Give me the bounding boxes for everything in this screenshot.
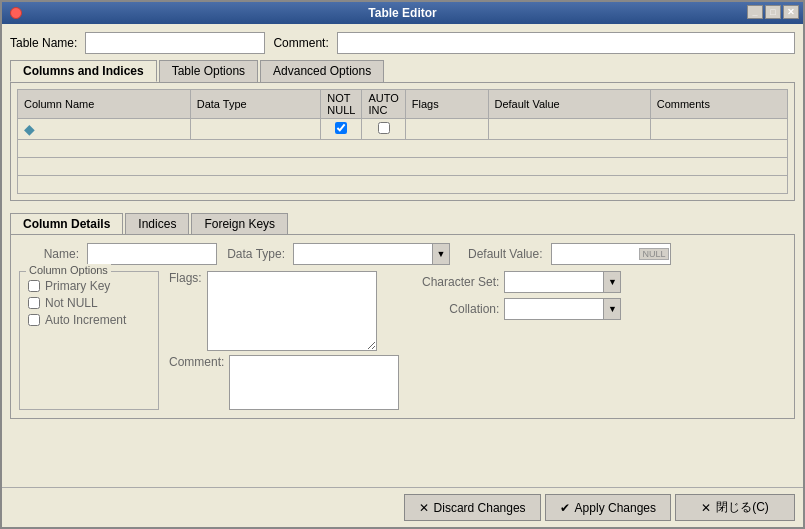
not-null-label: Not NULL xyxy=(45,296,98,310)
primary-key-checkbox[interactable] xyxy=(28,280,40,292)
flags-label: Flags: xyxy=(169,271,202,285)
columns-table: Column Name Data Type NOTNULL AUTOINC Fl… xyxy=(17,89,788,194)
table-empty-row-3 xyxy=(18,176,788,194)
primary-key-label: Primary Key xyxy=(45,279,110,293)
charset-select-wrapper: ▼ xyxy=(504,271,621,293)
apply-changes-button[interactable]: ✔ Apply Changes xyxy=(545,494,671,521)
collation-input[interactable] xyxy=(504,298,604,320)
comment-form-label: Comment: xyxy=(169,355,224,369)
datatype-label: Data Type: xyxy=(225,247,285,261)
column-options-group: Column Options Primary Key Not NULL Auto… xyxy=(19,271,159,410)
col-header-flags: Flags xyxy=(405,90,488,119)
table-row[interactable]: ◆ xyxy=(18,119,788,140)
datatype-input[interactable] xyxy=(293,243,433,265)
window-title: Table Editor xyxy=(368,6,436,20)
row-notnull-checkbox[interactable] xyxy=(335,122,347,134)
apply-label: Apply Changes xyxy=(575,501,656,515)
row-notnull-cell xyxy=(321,119,362,140)
option-not-null: Not NULL xyxy=(28,296,150,310)
discard-label: Discard Changes xyxy=(434,501,526,515)
not-null-checkbox[interactable] xyxy=(28,297,40,309)
close-button[interactable]: ✕ xyxy=(783,5,799,19)
option-auto-increment: Auto Increment xyxy=(28,313,150,327)
defaultval-wrap: NULL xyxy=(551,243,671,265)
minimize-button[interactable]: _ xyxy=(747,5,763,19)
flags-row: Flags: xyxy=(169,271,399,351)
charset-label: Character Set: xyxy=(409,275,499,289)
tab-column-details[interactable]: Column Details xyxy=(10,213,123,234)
column-name-input[interactable] xyxy=(87,243,217,265)
name-label: Name: xyxy=(19,247,79,261)
comment-label: Comment: xyxy=(273,36,328,50)
tab-indices[interactable]: Indices xyxy=(125,213,189,234)
title-buttons: _ □ ✕ xyxy=(747,5,799,19)
col-header-comments: Comments xyxy=(650,90,787,119)
row-defval-cell xyxy=(488,119,650,140)
row-autoinc-checkbox[interactable] xyxy=(378,122,390,134)
col-header-notnull: NOTNULL xyxy=(321,90,362,119)
datatype-select-wrapper: ▼ xyxy=(293,243,450,265)
charset-dropdown-btn[interactable]: ▼ xyxy=(603,271,621,293)
tab-columns-and-indices[interactable]: Columns and Indices xyxy=(10,60,157,82)
col-header-datatype: Data Type xyxy=(190,90,321,119)
table-empty-row-1 xyxy=(18,140,788,158)
table-name-row: Table Name: Comment: xyxy=(10,32,795,54)
detail-tab-content: Name: Data Type: ▼ Default Value: NULL xyxy=(10,234,795,419)
detail-middle-section: Column Options Primary Key Not NULL Auto… xyxy=(19,271,786,410)
datatype-dropdown-btn[interactable]: ▼ xyxy=(432,243,450,265)
collation-label: Collation: xyxy=(409,302,499,316)
charset-row: Character Set: ▼ xyxy=(409,271,621,293)
row-icon-cell: ◆ xyxy=(18,119,191,140)
title-bar: Table Editor _ □ ✕ xyxy=(2,2,803,24)
window-dot xyxy=(10,7,22,19)
close-footer-icon: ✕ xyxy=(701,501,711,515)
main-tab-content: Column Name Data Type NOTNULL AUTOINC Fl… xyxy=(10,82,795,201)
auto-increment-checkbox[interactable] xyxy=(28,314,40,326)
tab-advanced-options[interactable]: Advanced Options xyxy=(260,60,384,82)
main-tabs-container: Columns and Indices Table Options Advanc… xyxy=(10,60,795,201)
right-col: Character Set: ▼ Collation: ▼ xyxy=(409,271,621,410)
flags-textarea[interactable] xyxy=(207,271,377,351)
discard-icon: ✕ xyxy=(419,501,429,515)
close-button-footer[interactable]: ✕ 閉じる(C) xyxy=(675,494,795,521)
collation-dropdown-btn[interactable]: ▼ xyxy=(603,298,621,320)
auto-increment-label: Auto Increment xyxy=(45,313,126,327)
comment-textarea[interactable] xyxy=(229,355,399,410)
col-header-name: Column Name xyxy=(18,90,191,119)
close-label: 閉じる(C) xyxy=(716,499,769,516)
main-tab-bar: Columns and Indices Table Options Advanc… xyxy=(10,60,795,82)
apply-icon: ✔ xyxy=(560,501,570,515)
table-comment-input[interactable] xyxy=(337,32,795,54)
detail-tabs-container: Column Details Indices Foreign Keys Name… xyxy=(10,213,795,419)
detail-tab-bar: Column Details Indices Foreign Keys xyxy=(10,213,795,234)
tab-foreign-keys[interactable]: Foreign Keys xyxy=(191,213,288,234)
bottom-bar: ✕ Discard Changes ✔ Apply Changes ✕ 閉じる(… xyxy=(2,487,803,527)
discard-changes-button[interactable]: ✕ Discard Changes xyxy=(404,494,541,521)
maximize-button[interactable]: □ xyxy=(765,5,781,19)
col-header-defaultval: Default Value xyxy=(488,90,650,119)
charset-input[interactable] xyxy=(504,271,604,293)
table-name-input[interactable] xyxy=(85,32,265,54)
tab-table-options[interactable]: Table Options xyxy=(159,60,258,82)
row-autoinc-cell xyxy=(362,119,405,140)
defaultval-label: Default Value: xyxy=(468,247,543,261)
table-name-label: Table Name: xyxy=(10,36,77,50)
column-options-title: Column Options xyxy=(26,264,111,276)
detail-row-1: Name: Data Type: ▼ Default Value: NULL xyxy=(19,243,786,265)
null-badge: NULL xyxy=(639,248,668,260)
main-content: Table Name: Comment: Columns and Indices… xyxy=(2,24,803,487)
main-window: Table Editor _ □ ✕ Table Name: Comment: … xyxy=(0,0,805,529)
flags-comment-col: Flags: Comment: xyxy=(169,271,399,410)
comment-row: Comment: xyxy=(169,355,399,410)
row-flags-cell xyxy=(405,119,488,140)
col-header-autoinc: AUTOINC xyxy=(362,90,405,119)
option-primary-key: Primary Key xyxy=(28,279,150,293)
row-diamond-icon: ◆ xyxy=(24,121,35,137)
collation-select-wrapper: ▼ xyxy=(504,298,621,320)
collation-row: Collation: ▼ xyxy=(409,298,621,320)
table-empty-row-2 xyxy=(18,158,788,176)
row-datatype-cell xyxy=(190,119,321,140)
row-comments-cell xyxy=(650,119,787,140)
